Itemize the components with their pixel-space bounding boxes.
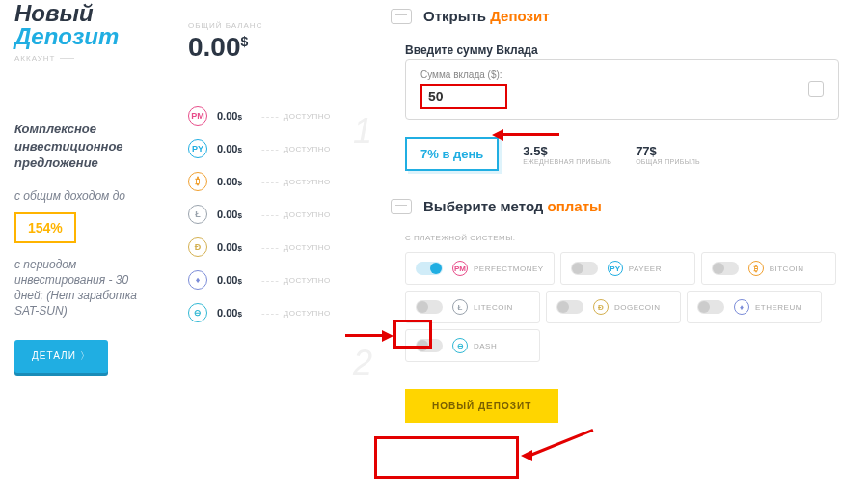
- new-deposit-button[interactable]: НОВЫЙ ДЕПОЗИТ: [405, 389, 558, 423]
- promo-title: Комплексное инвестиционное предложение: [14, 121, 159, 172]
- payment-name: PERFECTMONEY: [474, 265, 544, 273]
- details-button[interactable]: ДЕТАЛИ 〉: [14, 340, 108, 373]
- balance-value: 0.00: [188, 32, 241, 62]
- coin-dash: - - - -: [261, 274, 278, 286]
- wallet-icon: [391, 9, 412, 24]
- coin-dash: - - - -: [261, 241, 278, 253]
- coin-value: 0.00$: [217, 110, 256, 122]
- coin-row: ⊖ 0.00$ - - - - ДОСТУПНО: [188, 296, 351, 329]
- coin-row: PY 0.00$ - - - - ДОСТУПНО: [188, 132, 351, 165]
- balance-amount: 0.00$: [188, 32, 351, 63]
- payment-toggle[interactable]: [416, 300, 443, 314]
- payment-name: DOGECOIN: [614, 303, 661, 312]
- coin-status: ДОСТУПНО: [284, 145, 331, 153]
- payment-icon: ♦: [734, 299, 749, 315]
- coin-icon: Ð: [188, 237, 207, 257]
- payment-name: DASH: [474, 342, 497, 350]
- step-1-number: 1: [353, 111, 372, 152]
- coin-status: ДОСТУПНО: [284, 276, 331, 285]
- promo-period: с периодом инвестирования - 30 дней; (Не…: [14, 257, 159, 320]
- total-profit-val: 77$: [636, 144, 700, 158]
- coin-icon: Ł: [188, 205, 207, 224]
- payment-name: LITECOIN: [474, 303, 513, 312]
- payment-name: ETHEREUM: [755, 303, 802, 312]
- coin-row: ₿ 0.00$ - - - - ДОСТУПНО: [188, 165, 351, 198]
- payment-grid: PM PERFECTMONEY PY PAYEER ₿ BITCOIN Ł LI…: [405, 252, 839, 362]
- payment-name: BITCOIN: [770, 265, 804, 273]
- account-label: АККАУНТ: [14, 54, 159, 63]
- total-profit: 77$ ОБЩАЯ ПРИБЫЛЬ: [636, 144, 700, 165]
- coin-row: PM 0.00$ - - - - ДОСТУПНО: [188, 99, 351, 132]
- coin-status: ДОСТУПНО: [284, 178, 331, 186]
- coin-value: 0.00$: [217, 241, 256, 253]
- coin-row: Ł 0.00$ - - - - ДОСТУПНО: [188, 198, 351, 231]
- coin-icon: ⊖: [188, 303, 207, 322]
- open-title-pre: Открыть: [423, 8, 490, 24]
- coin-row: ♦ 0.00$ - - - - ДОСТУПНО: [188, 264, 351, 296]
- daily-profit-lbl: ЕЖЕДНЕВНАЯ ПРИБЫЛЬ: [523, 158, 611, 165]
- coin-dash: - - - -: [261, 209, 278, 220]
- balance-currency: $: [241, 34, 249, 49]
- coin-dash: - - - -: [261, 143, 278, 154]
- payment-icon: PY: [608, 261, 623, 276]
- payment-from-label: С ПЛАТЕЖНОЙ СИСТЕМЫ:: [405, 234, 839, 242]
- amount-input-wrap: Сумма вклада ($):: [405, 59, 839, 120]
- payment-name: PAYEER: [629, 265, 662, 273]
- amount-input[interactable]: [420, 84, 507, 109]
- step-2-number: 2: [353, 343, 372, 383]
- coin-value: 0.00$: [217, 143, 256, 154]
- daily-profit: 3.5$ ЕЖЕДНЕВНАЯ ПРИБЫЛЬ: [523, 144, 611, 165]
- payment-method-payeer[interactable]: PY PAYEER: [560, 252, 695, 285]
- payment-method-dogecoin[interactable]: Ð DOGECOIN: [546, 291, 681, 323]
- payment-method-bitcoin[interactable]: ₿ BITCOIN: [701, 252, 836, 285]
- calculator-icon[interactable]: [808, 81, 824, 97]
- coin-value: 0.00$: [217, 274, 256, 286]
- amount-legend: Сумма вклада ($):: [420, 70, 824, 80]
- promo-percent: 154%: [14, 212, 76, 243]
- coin-icon: ₿: [188, 172, 207, 191]
- payment-toggle[interactable]: [697, 300, 724, 314]
- coin-value: 0.00$: [217, 176, 256, 187]
- payment-toggle[interactable]: [571, 262, 598, 275]
- coin-dash: - - - -: [261, 307, 278, 319]
- payment-method-perfectmoney[interactable]: PM PERFECTMONEY: [405, 252, 555, 285]
- payment-method-ethereum[interactable]: ♦ ETHEREUM: [687, 291, 822, 323]
- annotation-submit-box: [374, 436, 519, 479]
- payment-icon: Ł: [452, 299, 468, 315]
- payment-toggle[interactable]: [416, 262, 443, 275]
- payment-method-dash[interactable]: ⊖ DASH: [405, 329, 540, 362]
- promo-sub: с общим доходом до: [14, 189, 159, 203]
- coin-icon: PM: [188, 106, 207, 126]
- pay-title-pre: Выберите метод: [423, 198, 548, 214]
- payment-toggle[interactable]: [556, 300, 583, 314]
- page-title-2: Депозит: [14, 23, 159, 50]
- coin-icon: PY: [188, 139, 207, 158]
- payment-icon: Ð: [593, 299, 609, 315]
- coin-icon: ♦: [188, 270, 207, 290]
- card-icon: [391, 199, 412, 214]
- coin-status: ДОСТУПНО: [284, 210, 331, 219]
- coin-status: ДОСТУПНО: [284, 309, 331, 318]
- payment-icon: ⊖: [452, 338, 468, 353]
- payment-header: Выберите метод оплаты: [391, 198, 839, 214]
- coin-list: PM 0.00$ - - - - ДОСТУПНОPY 0.00$ - - - …: [188, 99, 351, 329]
- payment-method-litecoin[interactable]: Ł LITECOIN: [405, 291, 540, 323]
- open-deposit-header: Открыть Депозит: [391, 8, 839, 24]
- rate-box: 7% в день: [405, 137, 499, 171]
- payment-icon: PM: [452, 261, 468, 276]
- pay-title-accent: оплаты: [548, 198, 602, 214]
- coin-status: ДОСТУПНО: [284, 243, 331, 252]
- coin-dash: - - - -: [261, 176, 278, 187]
- total-profit-lbl: ОБЩАЯ ПРИБЫЛЬ: [636, 158, 700, 165]
- coin-dash: - - - -: [261, 110, 278, 122]
- coin-value: 0.00$: [217, 307, 256, 319]
- coin-status: ДОСТУПНО: [284, 112, 331, 121]
- coin-row: Ð 0.00$ - - - - ДОСТУПНО: [188, 231, 351, 264]
- payment-icon: ₿: [748, 261, 764, 276]
- coin-value: 0.00$: [217, 209, 256, 220]
- open-title-accent: Депозит: [490, 8, 549, 24]
- payment-toggle[interactable]: [712, 262, 739, 275]
- payment-toggle[interactable]: [416, 339, 443, 352]
- balance-label: ОБЩИЙ БАЛАНС: [188, 21, 351, 30]
- daily-profit-val: 3.5$: [523, 144, 611, 158]
